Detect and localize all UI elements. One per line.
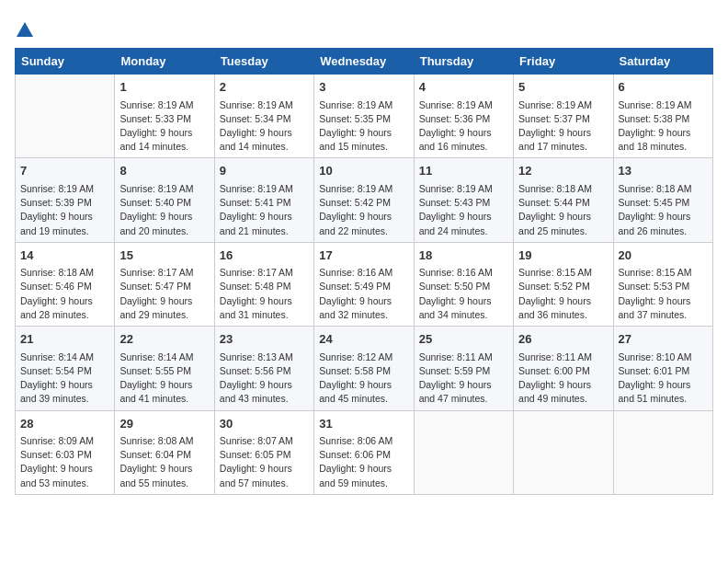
day-info-line: Daylight: 9 hours	[619, 378, 708, 392]
day-info-line: Sunset: 5:34 PM	[220, 112, 309, 126]
day-cell: 7Sunrise: 8:19 AMSunset: 5:39 PMDaylight…	[16, 158, 115, 242]
day-info-line: and 37 minutes.	[619, 308, 708, 322]
day-number: 31	[319, 415, 408, 433]
day-info-line: and 15 minutes.	[319, 140, 408, 154]
day-info-line: Daylight: 9 hours	[220, 210, 309, 224]
day-info-line: Sunrise: 8:14 AM	[119, 350, 209, 364]
day-cell: 29Sunrise: 8:08 AMSunset: 6:04 PMDayligh…	[115, 410, 214, 494]
day-info-line: Sunset: 5:58 PM	[319, 364, 408, 378]
day-info-line: Sunrise: 8:19 AM	[619, 98, 708, 112]
day-cell	[16, 75, 115, 158]
day-info-line: and 14 minutes.	[119, 140, 209, 154]
day-info-line: Sunrise: 8:11 AM	[419, 350, 508, 364]
day-number: 16	[220, 247, 309, 265]
col-header-wednesday: Wednesday	[314, 49, 414, 75]
day-cell: 12Sunrise: 8:18 AMSunset: 5:44 PMDayligh…	[514, 158, 613, 242]
day-cell: 31Sunrise: 8:06 AMSunset: 6:06 PMDayligh…	[314, 410, 414, 494]
day-info-line: and 47 minutes.	[419, 392, 508, 406]
day-info-line: Daylight: 9 hours	[220, 294, 309, 308]
day-cell: 10Sunrise: 8:19 AMSunset: 5:42 PMDayligh…	[314, 158, 414, 242]
logo	[15, 15, 33, 39]
day-info-line: and 21 minutes.	[220, 224, 309, 238]
day-info-line: Sunset: 6:04 PM	[119, 448, 209, 462]
col-header-thursday: Thursday	[414, 49, 513, 75]
day-info-line: Daylight: 9 hours	[319, 294, 408, 308]
day-cell: 22Sunrise: 8:14 AMSunset: 5:55 PMDayligh…	[115, 327, 214, 410]
col-header-friday: Friday	[514, 49, 613, 75]
day-number: 9	[220, 162, 309, 180]
day-info-line: Daylight: 9 hours	[119, 462, 209, 476]
day-info-line: and 49 minutes.	[518, 392, 608, 406]
day-number: 7	[20, 162, 109, 180]
day-info-line: and 25 minutes.	[518, 224, 608, 238]
day-info-line: and 19 minutes.	[20, 224, 109, 238]
day-info-line: Daylight: 9 hours	[319, 210, 408, 224]
day-cell	[613, 410, 712, 494]
day-info-line: Sunrise: 8:19 AM	[319, 182, 408, 196]
day-cell: 5Sunrise: 8:19 AMSunset: 5:37 PMDaylight…	[514, 75, 613, 158]
day-info-line: Sunset: 5:45 PM	[619, 196, 708, 210]
day-info-line: and 34 minutes.	[419, 308, 508, 322]
col-header-tuesday: Tuesday	[214, 49, 313, 75]
day-info-line: and 26 minutes.	[619, 224, 708, 238]
day-cell: 13Sunrise: 8:18 AMSunset: 5:45 PMDayligh…	[613, 158, 712, 242]
day-info-line: and 32 minutes.	[319, 308, 408, 322]
day-info-line: and 24 minutes.	[419, 224, 508, 238]
day-cell: 18Sunrise: 8:16 AMSunset: 5:50 PMDayligh…	[414, 242, 513, 326]
day-cell: 2Sunrise: 8:19 AMSunset: 5:34 PMDaylight…	[214, 75, 313, 158]
day-number: 24	[319, 330, 408, 349]
day-info-line: Sunrise: 8:19 AM	[220, 98, 309, 112]
day-info-line: Sunset: 5:53 PM	[619, 280, 708, 293]
day-info-line: Sunset: 5:49 PM	[319, 280, 408, 293]
day-info-line: Sunset: 5:50 PM	[419, 280, 508, 293]
week-row-4: 21Sunrise: 8:14 AMSunset: 5:54 PMDayligh…	[16, 327, 713, 410]
day-info-line: and 28 minutes.	[20, 308, 109, 322]
day-cell: 19Sunrise: 8:15 AMSunset: 5:52 PMDayligh…	[514, 242, 613, 326]
day-info-line: Daylight: 9 hours	[20, 462, 109, 476]
day-info-line: Sunset: 5:39 PM	[20, 196, 109, 210]
day-info-line: Sunrise: 8:08 AM	[119, 434, 209, 448]
day-number: 15	[119, 247, 209, 265]
day-info-line: Sunset: 5:38 PM	[619, 112, 708, 126]
day-number: 2	[220, 78, 309, 97]
col-header-sunday: Sunday	[16, 49, 115, 75]
day-info-line: Sunset: 5:47 PM	[119, 280, 209, 293]
day-number: 19	[518, 247, 608, 265]
day-info-line: Sunset: 6:06 PM	[319, 448, 408, 462]
day-info-line: Daylight: 9 hours	[119, 210, 209, 224]
day-info-line: Sunrise: 8:11 AM	[518, 350, 608, 364]
day-info-line: Sunset: 5:43 PM	[419, 196, 508, 210]
day-info-line: Daylight: 9 hours	[518, 126, 608, 140]
day-info-line: Daylight: 9 hours	[319, 378, 408, 392]
day-cell: 26Sunrise: 8:11 AMSunset: 6:00 PMDayligh…	[514, 327, 613, 410]
day-number: 1	[119, 78, 209, 97]
day-info-line: Daylight: 9 hours	[419, 378, 508, 392]
day-info-line: Sunset: 5:41 PM	[220, 196, 309, 210]
day-cell: 15Sunrise: 8:17 AMSunset: 5:47 PMDayligh…	[115, 242, 214, 326]
day-cell	[414, 410, 513, 494]
day-info-line: Sunset: 5:54 PM	[20, 364, 109, 378]
day-number: 26	[518, 330, 608, 349]
day-info-line: Sunrise: 8:10 AM	[619, 350, 708, 364]
day-cell: 24Sunrise: 8:12 AMSunset: 5:58 PMDayligh…	[314, 327, 414, 410]
day-info-line: Sunset: 6:05 PM	[220, 448, 309, 462]
week-row-3: 14Sunrise: 8:18 AMSunset: 5:46 PMDayligh…	[16, 242, 713, 326]
day-info-line: Daylight: 9 hours	[619, 126, 708, 140]
day-info-line: Sunrise: 8:13 AM	[220, 350, 309, 364]
day-info-line: Sunset: 5:55 PM	[119, 364, 209, 378]
day-cell: 16Sunrise: 8:17 AMSunset: 5:48 PMDayligh…	[214, 242, 313, 326]
day-info-line: and 29 minutes.	[119, 308, 209, 322]
day-info-line: Daylight: 9 hours	[419, 210, 508, 224]
day-cell: 20Sunrise: 8:15 AMSunset: 5:53 PMDayligh…	[613, 242, 712, 326]
day-info-line: Sunset: 5:37 PM	[518, 112, 608, 126]
day-info-line: Sunrise: 8:19 AM	[419, 182, 508, 196]
day-info-line: Sunrise: 8:19 AM	[319, 98, 408, 112]
day-info-line: Daylight: 9 hours	[119, 126, 209, 140]
day-number: 29	[119, 415, 209, 433]
day-info-line: and 57 minutes.	[220, 477, 309, 490]
day-number: 13	[619, 162, 708, 180]
day-cell: 14Sunrise: 8:18 AMSunset: 5:46 PMDayligh…	[16, 242, 115, 326]
day-info-line: Sunset: 5:59 PM	[419, 364, 508, 378]
day-info-line: and 17 minutes.	[518, 140, 608, 154]
day-info-line: Daylight: 9 hours	[518, 378, 608, 392]
